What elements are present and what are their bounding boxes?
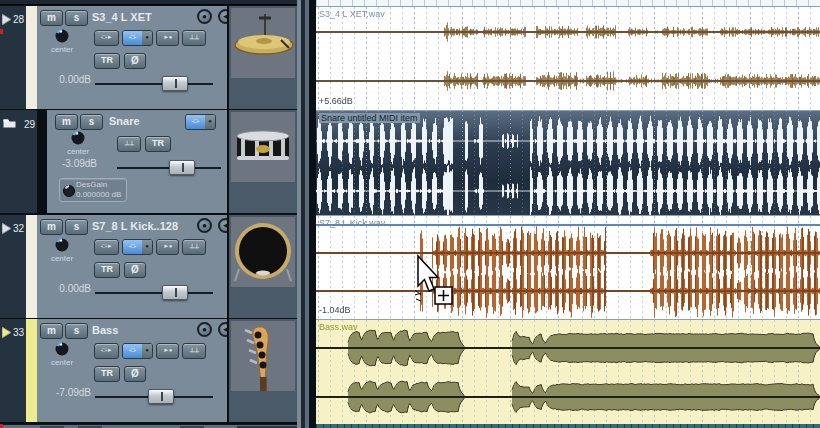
pan-label: center bbox=[47, 254, 77, 263]
panel-splitter[interactable] bbox=[297, 0, 316, 428]
folder-icon[interactable] bbox=[3, 117, 16, 128]
overview-scroll-bar[interactable] bbox=[316, 424, 820, 428]
desgain-title: DesGain bbox=[76, 180, 107, 189]
arrange-area: S3_4 L XET.wav +5.66dB Snare untitled MI… bbox=[316, 0, 820, 428]
insert-state-button[interactable]: -□-● bbox=[122, 343, 153, 359]
tracklist-top-strip bbox=[0, 0, 316, 5]
fader-handle[interactable] bbox=[169, 160, 195, 175]
insert-active-icon: -□- bbox=[123, 31, 142, 45]
volume-fader[interactable] bbox=[95, 285, 213, 301]
volume-value: 0.00dB bbox=[45, 74, 91, 85]
track-row-28[interactable]: 28 m s S3_4 L XET ● ◄ center -□-► -□-● ►… bbox=[0, 6, 316, 109]
pan-knob[interactable] bbox=[55, 29, 69, 43]
expand-triangle-icon[interactable] bbox=[2, 327, 12, 338]
fader-handle[interactable] bbox=[162, 285, 188, 300]
record-enable-button[interactable]: ● bbox=[197, 9, 212, 24]
insert-state-button[interactable]: -□-● bbox=[122, 30, 153, 46]
phase-button[interactable]: Ø bbox=[124, 366, 146, 382]
insert-state-button[interactable]: -□-● bbox=[122, 239, 153, 255]
pan-knob[interactable] bbox=[55, 238, 69, 252]
tr-button[interactable]: TR bbox=[94, 366, 120, 382]
track-number-column: 28 bbox=[0, 6, 26, 109]
cymbal-image bbox=[231, 8, 295, 78]
desgain-value: 0.000000 dB bbox=[76, 190, 121, 199]
volume-value: 0.00dB bbox=[45, 283, 91, 294]
track-picture-column bbox=[229, 110, 297, 213]
track-number: 32 bbox=[13, 223, 24, 234]
track-row-29[interactable]: 29 m s Snare -□-● center -3.09dB ⊥⊥ TR D… bbox=[0, 110, 316, 213]
automation-read-button[interactable]: -□-► bbox=[94, 343, 119, 359]
desgain-panel[interactable]: DesGain0.000000 dB bbox=[59, 178, 127, 202]
phase-button[interactable]: Ø bbox=[124, 53, 146, 69]
expand-triangle-icon[interactable] bbox=[2, 223, 12, 234]
solo-button[interactable]: s bbox=[80, 114, 103, 130]
daw-window: 28 m s S3_4 L XET ● ◄ center -□-► -□-● ►… bbox=[0, 0, 820, 428]
waveform-canvas bbox=[316, 216, 820, 319]
insert-active-icon: -□- bbox=[123, 344, 142, 358]
snare-drum-image bbox=[231, 112, 295, 182]
volume-fader[interactable] bbox=[95, 389, 213, 405]
mute-button[interactable]: m bbox=[40, 219, 63, 235]
solo-button[interactable]: s bbox=[65, 323, 88, 339]
waveform-canvas bbox=[316, 7, 820, 110]
insert-dot-icon: ● bbox=[142, 240, 152, 254]
record-enable-button[interactable]: ● bbox=[197, 218, 212, 233]
track-row-32[interactable]: 32 m s S7_8 L Kick..128 ● ◄ center -□-► … bbox=[0, 215, 316, 318]
lanes-button[interactable]: ⊥⊥ bbox=[117, 136, 141, 152]
insert-active-icon: -□- bbox=[123, 240, 142, 254]
waveform-canvas bbox=[316, 111, 820, 215]
solo-button[interactable]: s bbox=[65, 219, 88, 235]
lanes-button[interactable]: ⊥⊥ bbox=[182, 30, 206, 46]
phase-button[interactable]: Ø bbox=[124, 262, 146, 278]
fader-track bbox=[95, 292, 213, 294]
next-track-partial-row bbox=[0, 424, 316, 428]
fader-track bbox=[95, 83, 213, 85]
track-number-column: 29 bbox=[0, 110, 37, 213]
mute-button[interactable]: m bbox=[55, 114, 78, 130]
track-controls: m s Snare -□-● center -3.09dB ⊥⊥ TR DesG… bbox=[47, 110, 227, 213]
mute-button[interactable]: m bbox=[40, 10, 63, 26]
solo-button[interactable]: s bbox=[65, 10, 88, 26]
fader-handle[interactable] bbox=[148, 389, 174, 404]
automation-read-button[interactable]: -□-► bbox=[94, 239, 119, 255]
track-picture-column bbox=[229, 6, 297, 109]
track-name: Snare bbox=[109, 115, 140, 127]
tr-button[interactable]: TR bbox=[94, 53, 120, 69]
track-color-strip bbox=[26, 319, 37, 422]
record-mode-button[interactable]: ►● bbox=[156, 239, 179, 255]
lanes-button[interactable]: ⊥⊥ bbox=[182, 239, 206, 255]
record-mode-button[interactable]: ►● bbox=[156, 30, 179, 46]
pan-label: center bbox=[63, 147, 93, 156]
insert-dot-icon: ● bbox=[142, 31, 152, 45]
record-mode-button[interactable]: ►● bbox=[156, 343, 179, 359]
midi-event-snare-selected[interactable]: Snare untitled MIDI item bbox=[316, 110, 820, 214]
desgain-knob[interactable] bbox=[63, 185, 75, 197]
tr-button[interactable]: TR bbox=[145, 136, 171, 152]
pan-knob[interactable] bbox=[55, 342, 69, 356]
expand-triangle-icon[interactable] bbox=[2, 14, 12, 25]
track-row-33[interactable]: 33 m s Bass ● ◄ center -□-► -□-● ►● ⊥⊥ T… bbox=[0, 319, 316, 422]
insert-active-icon: -□- bbox=[186, 115, 205, 129]
audio-event-bass[interactable]: Bass.wav bbox=[316, 319, 820, 424]
kick-drum-image bbox=[231, 217, 295, 287]
track-number: 29 bbox=[24, 119, 35, 130]
volume-fader[interactable] bbox=[117, 160, 221, 176]
audio-event-s3-4-l-xet[interactable]: S3_4 L XET.wav +5.66dB bbox=[316, 6, 820, 109]
mute-button[interactable]: m bbox=[40, 323, 63, 339]
tr-button[interactable]: TR bbox=[94, 262, 120, 278]
pan-label: center bbox=[47, 358, 77, 367]
track-number: 28 bbox=[13, 14, 24, 25]
track-number-column: 32 bbox=[0, 215, 26, 318]
lanes-button[interactable]: ⊥⊥ bbox=[182, 343, 206, 359]
audio-event-s7-8-l-kick[interactable]: S7_8 L Kick.wav -1.04dB bbox=[316, 215, 820, 318]
pan-knob[interactable] bbox=[71, 131, 85, 145]
record-enable-button[interactable]: ● bbox=[197, 322, 212, 337]
automation-read-button[interactable]: -□-► bbox=[94, 30, 119, 46]
track-number-column: 33 bbox=[0, 319, 26, 422]
volume-fader[interactable] bbox=[95, 76, 213, 92]
fader-handle[interactable] bbox=[162, 76, 188, 91]
insert-state-button[interactable]: -□-● bbox=[185, 114, 216, 130]
insert-dot-icon: ● bbox=[205, 115, 215, 129]
track-name: S7_8 L Kick..128 bbox=[92, 220, 178, 232]
volume-value: -3.09dB bbox=[51, 158, 97, 169]
